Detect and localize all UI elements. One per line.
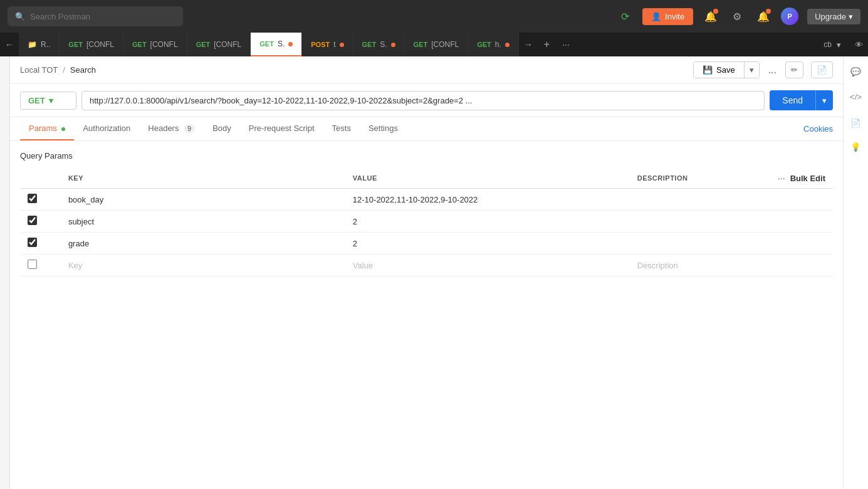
tab-params[interactable]: Params: [20, 117, 74, 140]
send-dropdown-button[interactable]: ▾: [815, 90, 833, 110]
tab-more-button[interactable]: ···: [556, 33, 576, 56]
tab-add-button[interactable]: +: [538, 33, 556, 56]
request-panel: Local TOT / Search 💾 Save ▾ ... ✏ 📄 GET: [10, 56, 843, 489]
edit-button[interactable]: ✏: [785, 61, 803, 78]
tab-dot: [391, 43, 395, 47]
breadcrumb-bar: Local TOT / Search 💾 Save ▾ ... ✏ 📄: [10, 56, 843, 84]
params-table: KEY VALUE DESCRIPTION ··· Bulk Edit: [20, 168, 833, 276]
bulk-edit-button[interactable]: Bulk Edit: [790, 174, 825, 183]
tab-headers[interactable]: Headers 9: [139, 117, 204, 140]
row-value[interactable]: 12-10-2022,11-10-2022,9-10-2022: [345, 189, 630, 211]
tab-dot: [288, 42, 293, 46]
search-bar[interactable]: 🔍: [8, 6, 183, 26]
table-row: subject 2: [20, 211, 833, 233]
right-panel: 💬 </> ℹ 💡 📄: [843, 56, 868, 489]
row-description-placeholder[interactable]: Description: [630, 255, 833, 276]
row-key-placeholder[interactable]: Key: [61, 255, 345, 276]
request-tabs: Params Authorization Headers 9 Body Pre-…: [10, 117, 843, 141]
row-checkbox[interactable]: [28, 216, 37, 225]
method-label: GET: [259, 40, 274, 48]
folder-icon: 📁: [28, 40, 37, 49]
tab-confl-3[interactable]: GET [CONFL: [187, 33, 251, 56]
tab-back-button[interactable]: ←: [0, 33, 19, 56]
search-icon: 🔍: [15, 12, 25, 21]
url-bar: GET ▾ Send ▾: [10, 84, 843, 117]
row-checkbox[interactable]: [28, 194, 37, 203]
row-checkbox-placeholder[interactable]: [28, 260, 37, 269]
comment-button[interactable]: 💬: [846, 61, 866, 82]
table-row: grade 2: [20, 233, 833, 255]
url-input[interactable]: [81, 91, 765, 110]
table-row: book_day 12-10-2022,11-10-2022,9-10-2022: [20, 189, 833, 211]
row-checkbox[interactable]: [28, 238, 37, 247]
row-value-placeholder[interactable]: Value: [345, 255, 630, 276]
invite-button[interactable]: 👤 Invite: [642, 8, 693, 25]
lightbulb-button[interactable]: 💡: [846, 137, 866, 157]
tab-folder[interactable]: 📁 R..: [19, 33, 60, 56]
method-label: GET: [362, 41, 377, 48]
col-checkbox: [20, 168, 61, 189]
tab-get-h[interactable]: GET h.: [468, 33, 519, 56]
more-options-button[interactable]: ...: [765, 65, 780, 76]
col-actions-button[interactable]: ···: [778, 173, 785, 183]
tab-get-s2[interactable]: GET S.: [353, 33, 405, 56]
method-label: POST: [311, 41, 330, 48]
col-key: KEY: [61, 168, 345, 189]
breadcrumb-parent: Local TOT: [20, 65, 58, 75]
tab-tests[interactable]: Tests: [323, 117, 360, 140]
send-button[interactable]: Send: [770, 90, 815, 110]
eye-button[interactable]: 👁: [850, 33, 868, 56]
tab-confl-4[interactable]: GET [CONFL: [405, 33, 469, 56]
doc-view-button[interactable]: 📄: [845, 113, 865, 133]
topbar: 🔍 ⟳ 👤 Invite 🔔 ⚙ 🔔 P Upgrade ▾: [0, 0, 868, 33]
tab-authorization[interactable]: Authorization: [74, 117, 139, 140]
row-description[interactable]: [630, 189, 833, 211]
code-button[interactable]: </>: [846, 87, 866, 107]
tab-forward-button[interactable]: →: [519, 33, 538, 56]
send-group: Send ▾: [770, 90, 833, 110]
tab-body[interactable]: Body: [204, 117, 240, 140]
active-tab-name: cb ▾: [815, 33, 850, 56]
method-label: GET: [477, 41, 491, 48]
breadcrumb-actions: 💾 Save ▾ ... ✏ 📄: [693, 61, 833, 78]
method-select[interactable]: GET ▾: [20, 92, 76, 110]
row-key[interactable]: grade: [61, 233, 345, 255]
tab-dropdown-button[interactable]: ▾: [837, 40, 841, 50]
table-row-placeholder: Key Value Description: [20, 255, 833, 276]
tab-confl-2[interactable]: GET [CONFL: [123, 33, 187, 56]
tab-settings[interactable]: Settings: [360, 117, 407, 140]
row-value[interactable]: 2: [345, 233, 630, 255]
row-description[interactable]: [630, 233, 833, 255]
tab-confl-1[interactable]: GET [CONFL: [60, 33, 123, 56]
query-params-title: Query Params: [20, 151, 833, 160]
row-description[interactable]: [630, 211, 833, 233]
notifications-button[interactable]: 🔔: [702, 8, 719, 25]
breadcrumb-separator: /: [63, 65, 65, 75]
settings-button[interactable]: ⚙: [728, 8, 746, 25]
topbar-left: 🔍: [8, 6, 183, 26]
upgrade-button[interactable]: Upgrade ▾: [807, 9, 860, 24]
tab-dot: [340, 43, 344, 47]
cookies-button[interactable]: Cookies: [803, 124, 833, 134]
row-key[interactable]: subject: [61, 211, 345, 233]
tab-post-t[interactable]: POST t: [302, 33, 353, 56]
save-dropdown-button[interactable]: ▾: [744, 62, 759, 78]
breadcrumb-current: Search: [70, 65, 96, 75]
save-icon: 💾: [703, 65, 713, 75]
person-icon: 👤: [651, 12, 661, 21]
method-label: GET: [196, 41, 211, 48]
topbar-right: ⟳ 👤 Invite 🔔 ⚙ 🔔 P Upgrade ▾: [616, 8, 860, 25]
notification-dot-button[interactable]: 🔔: [755, 8, 772, 25]
row-value[interactable]: 2: [345, 211, 630, 233]
search-input[interactable]: [30, 12, 175, 21]
tab-get-s[interactable]: GET S.: [251, 33, 302, 56]
save-button[interactable]: 💾 Save: [694, 62, 744, 78]
cloud-sync-button[interactable]: ⟳: [616, 8, 634, 25]
method-label: GET: [132, 41, 147, 48]
headers-badge: 9: [184, 124, 195, 133]
docs-button[interactable]: 📄: [811, 61, 833, 78]
avatar[interactable]: P: [781, 8, 798, 25]
row-key[interactable]: book_day: [61, 189, 345, 211]
chevron-down-icon: ▾: [849, 12, 853, 21]
tab-pre-request[interactable]: Pre-request Script: [240, 117, 323, 140]
